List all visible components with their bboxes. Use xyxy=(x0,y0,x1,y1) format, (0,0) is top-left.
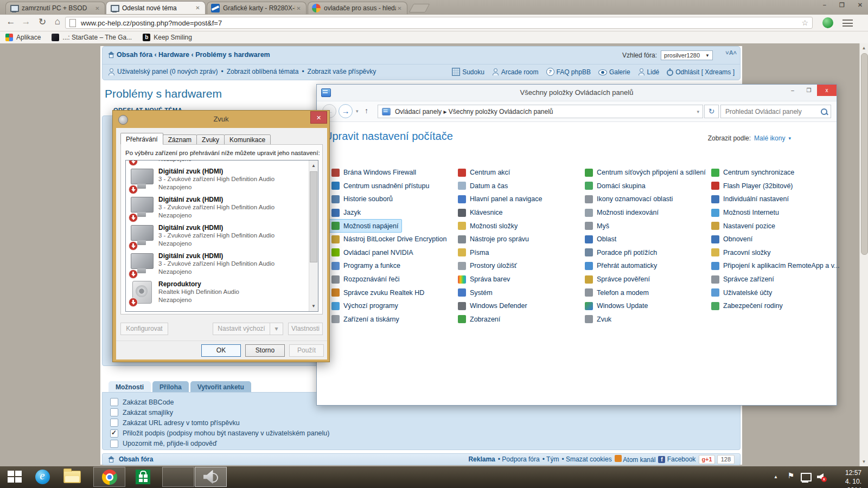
window-close-button[interactable]: ✕ xyxy=(858,2,863,9)
configure-button[interactable]: Konfigurovat xyxy=(120,323,168,335)
chevron-down-icon[interactable]: ▾ xyxy=(788,136,791,141)
posting-option-tab[interactable]: Možnosti xyxy=(108,381,151,393)
control-panel-item[interactable]: Flash Player (32bitové) xyxy=(707,179,797,193)
checkbox[interactable] xyxy=(110,440,118,448)
control-panel-item[interactable]: Brána Windows Firewall xyxy=(328,166,420,179)
skin-select[interactable]: prosilver1280 ▼ xyxy=(661,50,713,60)
volume-muted-icon[interactable]: x xyxy=(817,472,827,481)
nav-up-button[interactable]: ↑ xyxy=(365,106,368,115)
address-bar[interactable]: ☆ xyxy=(65,17,813,29)
control-panel-item[interactable]: Rozpoznávání řeči xyxy=(328,273,404,286)
window-close-button[interactable]: x xyxy=(817,85,837,96)
scroll-down-icon[interactable]: ▼ xyxy=(860,459,868,464)
set-default-dropdown-button[interactable]: ▾ xyxy=(270,323,283,335)
playback-device-row[interactable]: Digitální zvuk (HDMI) 3 - Zvukové zaříze… xyxy=(126,160,309,166)
window-maximize-button[interactable]: ❐ xyxy=(801,85,817,96)
control-panel-item[interactable]: Programy a funkce xyxy=(328,259,404,273)
new-tab-button[interactable] xyxy=(409,4,430,12)
scroll-up-icon[interactable]: ▲ xyxy=(860,46,868,50)
footer-link[interactable]: Facebook xyxy=(658,455,695,463)
control-panel-item[interactable]: Možnosti Internetu xyxy=(707,206,783,220)
checkbox[interactable] xyxy=(110,398,118,406)
control-panel-item[interactable]: Hlavní panel a navigace xyxy=(454,192,546,206)
control-panel-item[interactable]: Oblast xyxy=(581,233,620,246)
forum-nav-link[interactable]: FAQ phpBB xyxy=(546,68,591,76)
back-button[interactable]: ← xyxy=(4,16,17,27)
browser-tab[interactable]: Grafické karty - R9280X-DC xyxy=(207,2,307,14)
forum-nav-link[interactable]: Galerie xyxy=(598,68,630,76)
apply-button[interactable]: Použít xyxy=(289,344,324,357)
scroll-down-icon[interactable]: ▼ xyxy=(309,304,318,309)
control-panel-item[interactable]: Windows Defender xyxy=(454,299,531,313)
chevron-down-icon[interactable]: ▾ xyxy=(697,109,699,114)
forum-nav-link[interactable]: Zobrazit vaše příspěvky xyxy=(298,68,376,75)
scroll-up-icon[interactable]: ▲ xyxy=(309,163,318,168)
checkbox[interactable] xyxy=(110,429,118,438)
control-panel-item[interactable]: Správa barev xyxy=(454,273,514,286)
breadcrumb[interactable]: Obsah fóra ‹ Hardware ‹ Problémy s hardw… xyxy=(108,51,270,59)
control-panel-item[interactable]: Nástroj BitLocker Drive Encryption xyxy=(328,233,450,246)
posting-option-tab[interactable]: Příloha xyxy=(152,381,189,393)
control-panel-item[interactable]: Myš xyxy=(581,219,613,233)
page-scrollbar[interactable]: ▲ ▼ xyxy=(859,43,868,466)
control-panel-item[interactable]: Klávesnice xyxy=(454,206,506,220)
control-panel-item[interactable]: Zvuk xyxy=(581,313,615,326)
tray-expand-icon[interactable]: ▲ xyxy=(774,474,778,479)
control-panel-item[interactable]: Obnovení xyxy=(707,233,756,246)
control-panel-item[interactable]: Výchozí programy xyxy=(328,299,402,313)
address-breadcrumb[interactable]: Ovládací panely ▸ Všechny položky Ovláda… xyxy=(378,105,703,118)
control-panel-item[interactable]: Historie souborů xyxy=(328,192,397,206)
tab-close-icon[interactable] xyxy=(295,5,302,11)
control-panel-item[interactable]: Možnosti napájení xyxy=(328,219,402,233)
footer-link[interactable]: Smazat cookies xyxy=(561,455,611,463)
playback-device-row[interactable]: Digitální zvuk (HDMI) 3 - Zvukové zaříze… xyxy=(126,194,309,222)
control-panel-item[interactable]: Zobrazení xyxy=(454,313,504,326)
playback-device-row[interactable]: Reproduktory Realtek High Definition Aud… xyxy=(126,279,309,307)
footer-link[interactable]: Podpora fóra xyxy=(498,455,540,463)
control-panel-item[interactable]: Možnosti složky xyxy=(454,219,521,233)
control-panel-item[interactable]: Ikony oznamovací oblasti xyxy=(581,192,676,206)
control-panel-item[interactable]: Centrum síťových připojení a sdílení xyxy=(581,166,710,179)
scrollbar-thumb[interactable] xyxy=(861,53,868,255)
control-panel-item[interactable]: Uživatelské účty xyxy=(707,286,776,299)
control-panel-titlebar[interactable]: Všechny položky Ovládacích panelů – ❐ x xyxy=(317,85,837,101)
control-panel-item[interactable]: Zařízení a tiskárny xyxy=(328,313,403,326)
extension-icon[interactable] xyxy=(822,17,833,28)
control-panel-item[interactable]: Zabezpečení rodiny xyxy=(707,299,787,313)
taskbar-app-button[interactable] xyxy=(30,467,54,487)
footer-home-link[interactable]: Obsah fóra xyxy=(119,455,153,463)
footer-link[interactable]: Atom kanál xyxy=(615,455,656,464)
tab-close-icon[interactable] xyxy=(94,5,101,11)
browser-tab[interactable]: zamrznutí PC + BSOD xyxy=(5,2,105,14)
control-panel-search[interactable] xyxy=(720,105,831,118)
bookmark-item[interactable]: Keep Smiling xyxy=(143,34,192,41)
sound-dialog-tab[interactable]: Zvuky xyxy=(196,134,225,145)
tab-close-icon[interactable] xyxy=(396,5,403,11)
ok-button[interactable]: OK xyxy=(201,344,241,357)
window-minimize-button[interactable]: – xyxy=(784,85,801,96)
playback-device-row[interactable]: Digitální zvuk (HDMI) 3 - Zvukové zaříze… xyxy=(126,251,309,279)
text-resize-widget[interactable]: ˅A˄ xyxy=(725,49,737,56)
browser-tab[interactable]: Odeslat nové téma xyxy=(106,1,206,14)
taskbar-clock[interactable]: 12:57 4. 10. 2014 xyxy=(845,468,861,488)
control-panel-item[interactable]: Systém xyxy=(454,286,496,299)
scrollbar-thumb[interactable] xyxy=(310,171,317,262)
taskbar-app-button[interactable] xyxy=(195,467,227,487)
forum-nav-link[interactable]: Arcade room xyxy=(492,68,539,76)
control-panel-item[interactable]: Správce zařízení xyxy=(707,273,778,286)
control-panel-item[interactable]: Datum a čas xyxy=(454,179,512,193)
set-default-button[interactable]: Nastavit výchozí xyxy=(213,323,270,335)
refresh-button[interactable]: ↻ xyxy=(704,105,719,118)
dialog-close-button[interactable]: ✕ xyxy=(310,111,327,124)
control-panel-item[interactable]: Prostory úložišť xyxy=(454,259,521,273)
control-panel-item[interactable]: Pracovní složky xyxy=(707,246,775,260)
forward-button[interactable]: → xyxy=(20,16,33,27)
properties-button[interactable]: Vlastnosti xyxy=(288,323,323,335)
control-panel-item[interactable]: Přehrát automaticky xyxy=(581,259,661,273)
footer-link[interactable]: Tým xyxy=(542,455,559,463)
browser-tab[interactable]: ovladače pro asus - hledat xyxy=(308,2,407,14)
control-panel-item[interactable]: Připojení k aplikacím RemoteApp a v... xyxy=(707,259,838,273)
control-panel-item[interactable]: Písma xyxy=(454,246,493,260)
device-list-scrollbar[interactable]: ▲ ▼ xyxy=(309,160,318,311)
browser-menu-icon[interactable] xyxy=(843,20,853,27)
